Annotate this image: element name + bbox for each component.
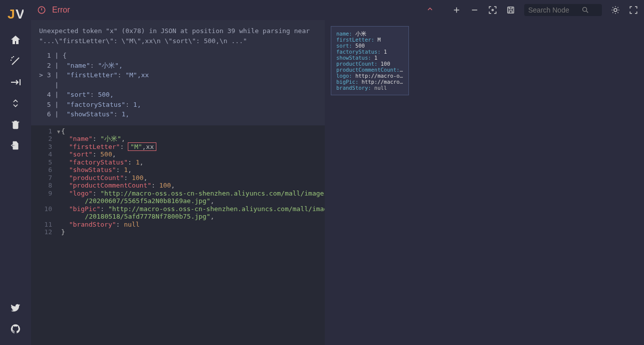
zoom-out-icon[interactable] (470, 6, 479, 15)
save-icon[interactable] (506, 6, 515, 15)
graph-panel[interactable]: name: 小米firstLetter: Msort: 500factorySt… (325, 20, 644, 345)
node-row: productCount: 100 (336, 61, 403, 67)
code-area[interactable]: { "name": "小米", "firstLetter": "M",xx "s… (57, 125, 325, 346)
node-row: factoryStatus: 1 (336, 49, 403, 55)
github-icon[interactable] (10, 323, 22, 335)
node-row: brandStory: null (336, 85, 403, 91)
node-row: productCommentCount: 100 (336, 67, 403, 73)
line-gutter: ▼ 123456789101112 (31, 125, 57, 346)
node-card[interactable]: name: 小米firstLetter: Msort: 500factorySt… (331, 26, 409, 95)
collapse-error-icon[interactable] (426, 5, 434, 15)
svg-point-3 (492, 10, 494, 11)
sidebar: JV (0, 0, 31, 345)
topbar: Error (31, 0, 644, 20)
theme-icon[interactable] (611, 6, 620, 15)
node-row: sort: 500 (336, 43, 403, 49)
svg-text:J: J (8, 7, 15, 21)
node-row: logo: http://macro-oss.… (336, 73, 403, 79)
focus-icon[interactable] (488, 6, 497, 15)
error-title: Error (52, 6, 70, 15)
node-row: bigPic: http://macro-os… (336, 79, 403, 85)
error-message-panel: Unexpected token "x" (0x78) in JSON at p… (31, 20, 325, 125)
svg-rect-4 (508, 7, 514, 13)
fullscreen-icon[interactable] (629, 6, 638, 15)
search-field[interactable] (528, 6, 578, 14)
zoom-in-icon[interactable] (452, 6, 461, 15)
search-icon (581, 6, 589, 14)
node-row: name: 小米 (336, 31, 403, 37)
magic-wand-icon[interactable] (10, 55, 22, 67)
arrow-right-icon[interactable] (10, 76, 22, 88)
home-icon[interactable] (10, 34, 22, 46)
node-row: showStatus: 1 (336, 55, 403, 61)
trash-icon[interactable] (10, 118, 22, 130)
svg-point-5 (583, 8, 587, 12)
import-icon[interactable] (10, 139, 22, 151)
node-row: firstLetter: M (336, 37, 403, 43)
twitter-icon[interactable] (10, 302, 22, 314)
error-text: Unexpected token "x" (0x78) in JSON at p… (39, 26, 317, 46)
logo-icon[interactable]: JV (8, 5, 24, 21)
svg-point-6 (614, 9, 617, 12)
svg-text:V: V (16, 7, 24, 21)
code-editor[interactable]: ▼ 123456789101112 { "name": "小米", "first… (31, 125, 325, 346)
collapse-icon[interactable] (10, 97, 22, 109)
search-input[interactable] (524, 4, 602, 16)
error-icon (37, 6, 46, 15)
error-banner[interactable]: Error (37, 5, 446, 15)
